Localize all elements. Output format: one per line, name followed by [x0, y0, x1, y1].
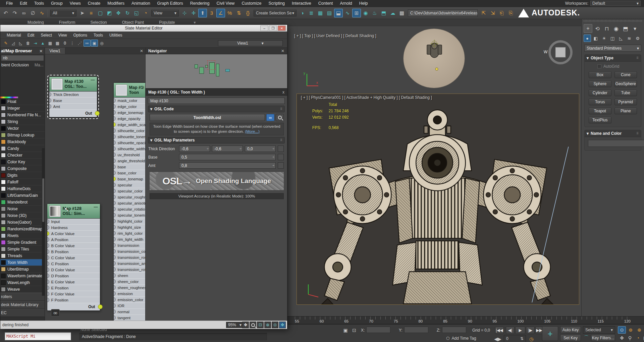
- maxscript-mini-listener[interactable]: MAXScript Mi: [5, 332, 71, 340]
- toolbar-icon[interactable]: ∅: [29, 9, 37, 17]
- set-key-button[interactable]: Set Key: [560, 334, 581, 341]
- node-input-slot[interactable]: specular_tonemap: [114, 212, 146, 218]
- slate-menu-item[interactable]: Edit: [24, 33, 38, 38]
- menu-item[interactable]: Views: [66, 1, 84, 6]
- toolbar-icon[interactable]: ☁: [388, 9, 397, 17]
- input-port-icon[interactable]: [47, 225, 49, 230]
- ribbon-minimize-icon[interactable]: ▾: [194, 20, 196, 25]
- slate-toolbar-icon[interactable]: ▲: [39, 40, 46, 47]
- node-map128[interactable]: Map #128OSL: Sim... — Input: [47, 204, 100, 311]
- zoom-region-icon[interactable]: ⊡: [257, 322, 264, 328]
- primitive-button[interactable]: GeoSphere: [614, 80, 637, 87]
- node-input-slot[interactable]: D Position: [47, 273, 100, 279]
- input-port-icon[interactable]: [47, 298, 49, 302]
- browser-map-item[interactable]: WaveLength: [0, 279, 45, 286]
- node-input-slot[interactable]: E Position: [47, 285, 100, 291]
- category-geometry-icon[interactable]: ●: [584, 35, 591, 42]
- input-port-icon[interactable]: [114, 231, 116, 235]
- panel-drag-handle[interactable]: [584, 20, 642, 22]
- node-input-slot[interactable]: sheen_color: [114, 279, 146, 285]
- node-input-slot[interactable]: specular_anisotropy: [114, 200, 146, 206]
- node-input-slot[interactable]: rim_light_width: [114, 236, 146, 242]
- browser-map-item[interactable]: String: [0, 118, 45, 125]
- slate-toolbar-icon[interactable]: ◺: [17, 40, 24, 47]
- absolute-mode-transform-icon[interactable]: ⊡: [350, 327, 358, 334]
- node-thumbnail[interactable]: [116, 84, 127, 96]
- toolbar-icon[interactable]: ≡: [87, 9, 96, 17]
- navigator-view-rectangle[interactable]: [207, 60, 215, 70]
- input-port-icon[interactable]: [47, 249, 49, 254]
- primitive-button[interactable]: Torus: [589, 99, 611, 105]
- go-to-start-button[interactable]: |◀◀: [495, 327, 504, 334]
- menu-item[interactable]: Edit: [16, 1, 31, 6]
- input-port-icon[interactable]: [49, 98, 51, 103]
- input-port-icon[interactable]: [114, 213, 116, 217]
- auto-key-button[interactable]: Auto Key: [560, 326, 581, 333]
- menu-item[interactable]: Group: [48, 1, 66, 6]
- node-input-slot[interactable]: edge_tonemap: [114, 110, 146, 116]
- top-viewport-label[interactable]: [ + ] [ Top ] [ User Defined ] [ Default…: [294, 34, 376, 38]
- node-output-slot[interactable]: Out: [49, 110, 97, 117]
- browser-map-item[interactable]: Threads: [0, 252, 45, 259]
- tab-utilities-flyout[interactable]: ▾: [631, 24, 639, 33]
- node-input-slot[interactable]: uv_threshold: [114, 152, 146, 158]
- node-input-slot[interactable]: IOR: [114, 303, 146, 309]
- browser-map-item[interactable]: Mandelbrot: [0, 199, 45, 206]
- category-cameras-icon[interactable]: ◫: [609, 35, 616, 42]
- node-input-slot[interactable]: specular_rotation: [114, 206, 146, 212]
- node-input-slot[interactable]: rim_light_color: [114, 230, 146, 236]
- geometry-category-dropdown[interactable]: Standard Primitives▾: [584, 45, 641, 52]
- output-port-icon[interactable]: [95, 111, 100, 116]
- osl-code-rollout[interactable]: ▾OSL Code⠿: [148, 106, 285, 112]
- toolbar-icon[interactable]: ✥: [114, 9, 123, 17]
- viewport-area[interactable]: [ + ] [ Top ] [ User Defined ] [ Default…: [287, 26, 581, 316]
- slate-toolbar-icon[interactable]: ▦: [47, 40, 54, 47]
- node-input-slot[interactable]: sheen_roughness: [114, 285, 146, 291]
- input-port-icon[interactable]: [114, 183, 116, 187]
- browser-map-item[interactable]: Digits: [0, 172, 45, 179]
- pan-tool-icon[interactable]: ✥: [279, 322, 286, 328]
- browser-map-item[interactable]: Float: [0, 98, 45, 105]
- node-map130-header[interactable]: Map #130OSL: Too... —: [49, 77, 97, 92]
- toolbar-icon[interactable]: {}: [244, 9, 252, 17]
- input-port-icon[interactable]: [114, 243, 116, 247]
- node-thumbnail[interactable]: [51, 78, 63, 90]
- input-port-icon[interactable]: [47, 255, 49, 260]
- browser-map-item[interactable]: Lift/Gamma/Gain: [0, 192, 45, 199]
- view1-tab[interactable]: View1: [45, 48, 65, 54]
- toolbar-icon[interactable]: ▩: [397, 9, 406, 17]
- browser-scrollbar[interactable]: [42, 148, 45, 296]
- node-input-slot[interactable]: Input: [47, 219, 100, 225]
- browser-map-item[interactable]: Waveform (animated): [0, 273, 45, 279]
- input-port-icon[interactable]: [114, 297, 116, 302]
- tab-display[interactable]: ⬒: [621, 24, 630, 33]
- browser-map-item[interactable]: Color Key: [0, 159, 45, 165]
- zoom-icon[interactable]: ⊙: [618, 326, 626, 334]
- base-spinner[interactable]: 0,5: [179, 154, 276, 160]
- menu-item[interactable]: Tools: [31, 1, 47, 6]
- input-port-icon[interactable]: [114, 273, 116, 278]
- menu-item[interactable]: Civil View: [213, 1, 238, 6]
- node-input-slot[interactable]: tangent: [114, 315, 146, 321]
- slate-menu-item[interactable]: Utilities: [106, 33, 125, 38]
- thick-direction-y-spinner[interactable]: -0,6: [212, 146, 243, 152]
- browser-map-item[interactable]: Bitmap Lookup: [0, 132, 45, 138]
- osl-link-icon[interactable]: ∞: [266, 114, 274, 121]
- node-input-slot[interactable]: base_tonemap: [114, 176, 146, 182]
- browser-map-item[interactable]: Vector: [0, 125, 45, 132]
- node-input-slot[interactable]: F Position: [47, 297, 100, 303]
- close-icon[interactable]: ✕: [140, 49, 145, 53]
- browser-map-item[interactable]: Rivets: [0, 232, 45, 239]
- browser-map-item[interactable]: RandomizedBitmaps: [0, 226, 45, 232]
- maximize-viewport-toggle-icon[interactable]: ◱: [641, 334, 644, 342]
- node-input-slot[interactable]: C Color Value: [47, 255, 100, 261]
- input-port-icon[interactable]: [114, 316, 116, 320]
- graph-zoom-dropdown[interactable]: 95%▾: [226, 322, 244, 328]
- slate-toolbar-icon[interactable]: ◿: [10, 40, 17, 47]
- node-input-slot[interactable]: silhouette_color: [114, 128, 146, 134]
- node-input-slot[interactable]: normal: [114, 309, 146, 315]
- node-input-slot[interactable]: emission: [114, 291, 146, 297]
- toolbar-icon[interactable]: %: [225, 9, 234, 17]
- browser-group-bottom[interactable]: EC: [0, 309, 45, 317]
- input-port-icon[interactable]: [47, 219, 49, 224]
